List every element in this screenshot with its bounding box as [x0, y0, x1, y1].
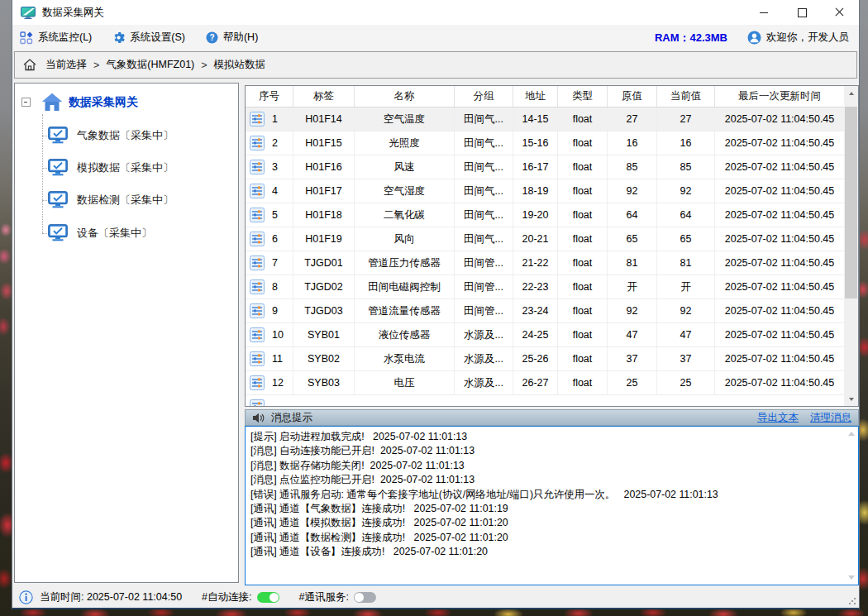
table-cell: SYB02 — [293, 347, 355, 370]
message-log[interactable]: [提示] 启动进程加载完成! 2025-07-02 11:01:13[消息] 自… — [245, 426, 859, 585]
table-row[interactable]: 11SYB02水泵电流水源及...25-26float37372025-07-0… — [246, 347, 844, 371]
tree-panel: 数据采集网关 气象数据〔采集中〕模拟数据〔采集中〕数据检测〔采集中〕设备〔采集中… — [14, 83, 239, 583]
maximize-button[interactable] — [783, 0, 821, 25]
column-header[interactable]: 地址 — [513, 86, 558, 107]
table-cell: 64 — [657, 203, 715, 227]
table-cell: 田间气... — [455, 227, 513, 251]
table-cell: 25 — [608, 371, 657, 394]
breadcrumb-current: 当前选择 — [45, 58, 87, 72]
status-bar: 当前时间: 2025-07-02 11:04:50 #自动连接: #通讯服务: — [12, 587, 859, 608]
table-row[interactable]: 12SYB03电压水源及...26-27float25252025-07-02 … — [246, 371, 844, 395]
scroll-up-icon[interactable] — [848, 432, 855, 436]
table-header: 序号标签名称分组地址类型原值当前值最后一次更新时间 — [246, 86, 844, 107]
resize-grip[interactable] — [848, 597, 856, 605]
tree-collapse-icon[interactable] — [21, 98, 31, 107]
table-cell: 11 — [246, 347, 293, 370]
table-row[interactable]: 7TJGD01管道压力传感器田间管...21-22float81812025-0… — [246, 251, 844, 275]
log-line: [通讯] 通道【数据检测】连接成功! 2025-07-02 11:01:20 — [250, 531, 842, 545]
clear-messages-link[interactable]: 清理消息 — [810, 411, 851, 425]
table-cell: float — [558, 347, 608, 370]
log-line: [消息] 点位监控功能已开启! 2025-07-02 11:01:13 — [250, 473, 842, 487]
tree-node-channel[interactable]: 数据检测〔采集中〕 — [48, 191, 174, 208]
scrollbar-thumb[interactable] — [845, 107, 857, 298]
table-row[interactable]: 2H01F15光照度田间气...15-16float16162025-07-02… — [246, 131, 844, 155]
column-header[interactable]: 分组 — [455, 86, 513, 107]
tree-node-label: 气象数据〔采集中〕 — [77, 128, 174, 143]
table-cell: 85 — [657, 155, 715, 179]
auto-connect-toggle[interactable] — [257, 592, 279, 603]
breadcrumb-item-channel[interactable]: 气象数据(HMFZ01) — [106, 58, 194, 72]
tree-node-label: 模拟数据〔采集中〕 — [77, 160, 174, 175]
column-header[interactable]: 序号 — [246, 86, 293, 107]
table-cell: 开 — [657, 275, 715, 298]
table-cell: float — [558, 251, 608, 275]
column-header[interactable]: 类型 — [558, 86, 608, 107]
table-cell: 1 — [246, 107, 293, 131]
speaker-icon — [252, 413, 265, 423]
column-header[interactable]: 标签 — [293, 86, 355, 107]
home-icon[interactable] — [22, 58, 37, 72]
column-header[interactable]: 名称 — [355, 86, 455, 107]
tree-root-node[interactable]: 数据采集网关 — [21, 93, 138, 112]
table-row[interactable]: 3H01F16风速田间气...16-17float85852025-07-02 … — [246, 155, 844, 179]
sliders-icon — [250, 399, 265, 406]
table-cell: 光照度 — [355, 131, 455, 155]
table-row[interactable] — [246, 395, 844, 406]
column-header[interactable]: 原值 — [608, 86, 657, 107]
sliders-icon — [250, 279, 265, 294]
menu-system-monitor[interactable]: 系统监控(L) — [20, 31, 92, 45]
table-row[interactable]: 1H01F14空气温度田间气...14-15float27272025-07-0… — [246, 107, 844, 131]
table-cell: 2 — [246, 131, 293, 155]
table-cell: 水源及... — [455, 371, 513, 394]
menu-system-settings[interactable]: 系统设置(S) — [112, 31, 185, 45]
table-scrollbar[interactable] — [844, 86, 858, 406]
table-cell: 65 — [608, 227, 657, 251]
scroll-down-icon[interactable] — [844, 392, 858, 406]
sliders-icon — [250, 375, 265, 390]
table-cell: 24-25 — [513, 323, 558, 346]
table-cell: 田间管... — [455, 299, 513, 322]
table-cell: SYB03 — [293, 371, 355, 394]
table-cell: 2025-07-02 11:04:50.45 — [715, 371, 844, 394]
close-icon — [835, 7, 845, 17]
table-cell: 2025-07-02 11:04:50.45 — [715, 203, 844, 227]
menu-label: 帮助(H) — [223, 31, 258, 45]
table-cell: 管道流量传感器 — [355, 299, 455, 322]
table-row[interactable]: 4H01F17空气湿度田间气...18-19float92922025-07-0… — [246, 179, 844, 203]
ram-indicator: RAM：42.3MB — [655, 31, 727, 45]
comm-service-toggle[interactable] — [354, 592, 376, 603]
close-button[interactable] — [821, 0, 859, 25]
table-cell: 液位传感器 — [355, 323, 455, 346]
breadcrumb-item-page[interactable]: 模拟站数据 — [214, 58, 266, 72]
auto-connect-label: #自动连接: — [202, 590, 251, 604]
tree-node-channel[interactable]: 气象数据〔采集中〕 — [48, 127, 174, 144]
table-cell: 14-15 — [513, 107, 558, 131]
column-header[interactable]: 当前值 — [657, 86, 715, 107]
table-row[interactable]: 9TJGD03管道流量传感器田间管...23-24float92922025-0… — [246, 299, 844, 323]
table-row[interactable]: 8TJGD02田间电磁阀控制田间管...22-23float开开2025-07-… — [246, 275, 844, 299]
scroll-down-icon[interactable] — [848, 575, 855, 580]
table-cell: 8 — [246, 275, 293, 298]
tree-node-channel[interactable]: 设备〔采集中〕 — [48, 224, 152, 241]
table-row[interactable]: 6H01F19风向田间气...20-21float65652025-07-02 … — [246, 227, 844, 251]
breadcrumb: 当前选择 > 气象数据(HMFZ01) > 模拟站数据 — [14, 51, 857, 79]
table-cell: H01F17 — [293, 179, 355, 203]
breadcrumb-separator: > — [93, 60, 99, 71]
table-cell: 水源及... — [455, 347, 513, 370]
menu-help[interactable]: ? 帮助(H) — [206, 31, 258, 45]
monitor-check-icon — [48, 191, 68, 208]
table-cell: 2025-07-02 11:04:50.45 — [715, 275, 844, 298]
export-text-link[interactable]: 导出文本 — [757, 411, 799, 425]
table-cell: 15-16 — [513, 131, 558, 155]
table-cell: 27 — [657, 107, 715, 131]
table-cell: 37 — [608, 347, 657, 370]
table-row[interactable]: 5H01F18二氧化碳田间气...19-20float64642025-07-0… — [246, 203, 844, 227]
minimize-button[interactable] — [745, 0, 783, 25]
scroll-up-icon[interactable] — [844, 86, 858, 100]
table-cell: TJGD03 — [293, 299, 355, 322]
tree-node-channel[interactable]: 模拟数据〔采集中〕 — [48, 159, 174, 176]
log-line: [通讯] 通道【模拟数据】连接成功! 2025-07-02 11:01:20 — [250, 516, 842, 530]
table-cell: TJGD02 — [293, 275, 355, 298]
column-header[interactable]: 最后一次更新时间 — [715, 86, 844, 107]
table-row[interactable]: 10SYB01液位传感器水源及...24-25float47472025-07-… — [246, 323, 844, 347]
